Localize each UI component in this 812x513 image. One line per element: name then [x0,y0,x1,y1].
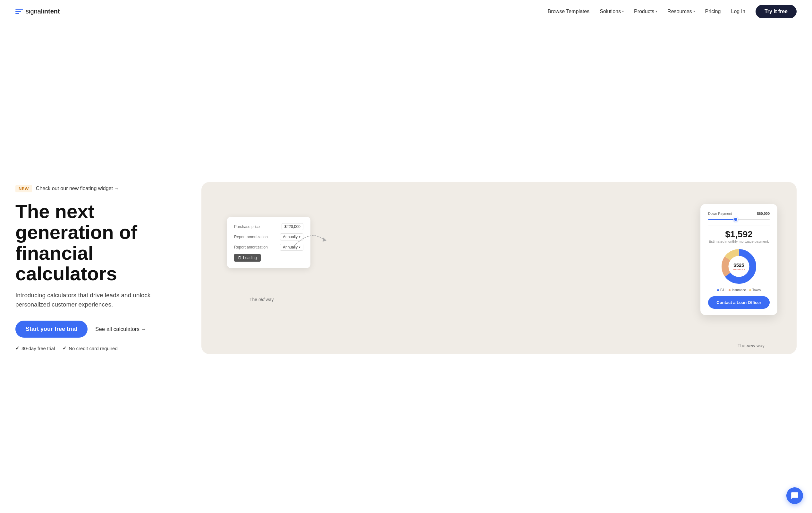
new-way-label: The new way [737,343,764,348]
legend-taxes-dot [749,289,751,291]
legend-pi-dot [717,289,719,291]
hero-buttons: Start your free trial See all calculator… [16,321,182,338]
legend-insurance-dot [729,289,730,291]
monthly-payment-label: Estimated monthly mortgage payment. [708,240,770,243]
donut-chart: $525 Insurance [720,247,758,286]
chart-legend: P&I Insurance Taxes [708,288,770,292]
resources-dropdown-arrow: ▾ [693,10,695,13]
nav-resources[interactable]: Resources ▾ [667,9,695,14]
legend-insurance: Insurance [729,288,746,292]
hero-title: The next generation of financial calcula… [16,201,182,284]
legend-taxes: Taxes [749,288,761,292]
nav-browse-templates[interactable]: Browse Templates [548,9,589,14]
nav-products[interactable]: Products ▾ [634,9,657,14]
old-way-label: The old way [250,297,274,302]
logo-text: signalintent [26,8,60,15]
start-free-trial-button[interactable]: Start your free trial [16,321,88,338]
down-payment-row: Down Payment $60,000 [708,212,770,215]
new-way-card: Down Payment $60,000 $1,592 Estimated mo… [700,204,777,315]
check-icon-1: ✓ [16,345,20,351]
slider-thumb [733,217,738,221]
slider-track[interactable] [708,219,770,220]
legend-pi: P&I [717,288,725,292]
divider [708,225,770,225]
chat-icon [790,491,799,500]
donut-chart-wrapper: $525 Insurance [708,247,770,286]
arrow-icon [291,227,330,252]
nav-try-free-button[interactable]: Try it free [756,5,796,18]
products-dropdown-arrow: ▾ [656,10,657,13]
announcement-text[interactable]: Check out our new floating widget → [36,186,120,191]
logo[interactable]: signalintent [16,8,60,15]
navbar: signalintent Browse Templates Solutions … [0,0,812,23]
hero-section: NEW Check out our new floating widget → … [0,23,812,513]
new-badge: NEW [16,185,32,192]
hero-checks: ✓ 30-day free trial ✓ No credit card req… [16,345,182,351]
check-icon-2: ✓ [62,345,67,351]
solutions-dropdown-arrow: ▾ [622,10,624,13]
see-all-calculators-link[interactable]: See all calculators → [95,326,147,332]
chat-bubble-button[interactable] [786,487,803,504]
svg-marker-0 [323,238,326,242]
hero-left: NEW Check out our new floating widget → … [16,185,182,351]
monthly-payment-amount: $1,592 [708,229,770,240]
illustration-container: Purchase price $220,000 Report amortizat… [214,198,784,339]
slider-fill [708,219,736,220]
nav-solutions[interactable]: Solutions ▾ [600,9,624,14]
hero-illustration: Purchase price $220,000 Report amortizat… [201,182,796,354]
logo-icon [16,9,23,14]
nav-links: Browse Templates Solutions ▾ Products ▾ … [548,5,796,18]
hero-subtitle: Introducing calculators that drive leads… [16,291,182,309]
loading-indicator: Loading [234,254,261,262]
check-no-credit-card: ✓ No credit card required [62,345,118,351]
announcement-row: NEW Check out our new floating widget → [16,185,182,192]
check-30-day: ✓ 30-day free trial [16,345,55,351]
nav-pricing[interactable]: Pricing [705,9,721,14]
contact-loan-officer-button[interactable]: Contact a Loan Officer [708,296,770,309]
donut-inner: $525 Insurance [732,262,745,271]
nav-login[interactable]: Log In [731,9,745,14]
spinner-icon [238,256,241,260]
